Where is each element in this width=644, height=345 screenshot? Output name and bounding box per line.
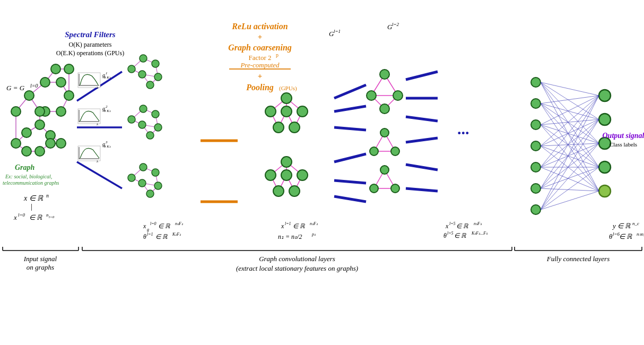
svg-line-195	[541, 82, 599, 167]
svg-point-94	[138, 121, 146, 128]
svg-text:l=0: l=0	[49, 215, 55, 219]
svg-point-125	[273, 122, 284, 133]
svg-text:1: 1	[106, 71, 108, 75]
graph-label-top: G = G	[6, 84, 25, 92]
factor-label: Factor 2	[249, 54, 272, 62]
svg-text:2: 2	[106, 105, 108, 109]
bottom-label3: Fully connected layers	[546, 255, 610, 263]
math-xl0: x	[13, 213, 17, 221]
svg-text:λ: λ	[96, 85, 98, 90]
svg-point-90	[128, 116, 135, 123]
svg-text:l=0: l=0	[18, 212, 25, 218]
svg-text:|: |	[31, 203, 32, 211]
svg-point-167	[391, 184, 399, 193]
svg-text:∈ ℝ: ∈ ℝ	[155, 233, 168, 240]
svg-text:θ K₁: θ K₁	[104, 109, 111, 113]
svg-point-182	[531, 120, 541, 130]
svg-text:λ: λ	[96, 159, 98, 163]
svg-point-183	[531, 141, 541, 151]
graph-l2-mid	[370, 128, 399, 156]
svg-line-219	[541, 143, 599, 188]
fc-left-nodes	[531, 77, 541, 214]
svg-point-22	[40, 77, 50, 87]
svg-text:θ K₁: θ K₁	[104, 75, 111, 80]
svg-line-173	[406, 188, 438, 191]
gpus-label: (GPUs)	[279, 85, 297, 92]
svg-point-78	[140, 55, 147, 62]
svg-line-207	[541, 96, 599, 146]
xl5-label: x	[445, 222, 449, 230]
filter2-curve: λ	[78, 109, 100, 126]
svg-point-103	[128, 174, 135, 182]
svg-line-214	[541, 143, 599, 167]
svg-point-187	[599, 90, 611, 101]
graph-sublabel2: telecommunication graphs	[3, 180, 59, 186]
svg-point-165	[380, 166, 389, 174]
svg-point-136	[281, 170, 292, 180]
svg-point-161	[391, 147, 399, 156]
precomputed-label: Pre-computed	[240, 61, 280, 69]
relu-label: ReLu activation	[231, 22, 288, 31]
graph-l1-top	[265, 93, 308, 133]
spectral-ok: O(K) parameters	[69, 41, 112, 48]
svg-line-225	[541, 167, 599, 210]
svg-text:l=5: l=5	[449, 221, 456, 226]
svg-point-107	[138, 179, 146, 187]
svg-text:∈ ℝ: ∈ ℝ	[456, 222, 468, 230]
svg-point-82	[146, 81, 154, 89]
svg-line-140	[334, 85, 366, 98]
svg-text:∈ ℝ: ∈ ℝ	[29, 213, 42, 221]
svg-line-141	[334, 106, 366, 111]
svg-line-171	[406, 138, 438, 142]
svg-text:l=1: l=1	[147, 232, 153, 237]
graph-l1-bottom	[265, 157, 308, 196]
svg-line-193	[541, 82, 599, 119]
filter1-curve: λ	[78, 73, 100, 90]
svg-text:K₁F₁: K₁F₁	[172, 232, 181, 237]
svg-point-34	[11, 139, 21, 148]
svg-point-77	[128, 65, 135, 73]
svg-point-155	[380, 104, 389, 114]
pooling-label: Pooling	[246, 83, 274, 92]
svg-point-29	[35, 107, 45, 116]
svg-line-213	[541, 119, 599, 167]
main-container: G = G l=0 Graph Ex: social, biological, …	[0, 0, 644, 345]
svg-text:n₅F₅: n₅F₅	[474, 221, 482, 226]
svg-line-62	[77, 162, 122, 188]
svg-point-184	[531, 162, 541, 172]
svg-point-32	[22, 128, 31, 137]
svg-point-180	[531, 77, 541, 87]
class-labels-label: Class labels	[610, 141, 637, 148]
svg-point-23	[51, 64, 60, 74]
svg-text:l=1: l=1	[334, 29, 341, 34]
bottom-label2: Graph convolutional layers	[259, 255, 335, 263]
svg-point-160	[370, 147, 378, 156]
svg-line-172	[406, 165, 438, 170]
fc-right-nodes	[599, 90, 611, 197]
svg-line-223	[541, 119, 599, 210]
svg-text:∈ ℝ: ∈ ℝ	[158, 222, 170, 230]
graph-l2-top	[367, 70, 403, 114]
svg-point-153	[367, 91, 376, 100]
svg-point-26	[64, 91, 74, 100]
svg-point-135	[265, 170, 276, 180]
svg-line-192	[541, 82, 599, 96]
filter3-curve: λ	[78, 146, 100, 163]
svg-point-36	[35, 146, 45, 156]
svg-point-37	[46, 139, 55, 148]
bottom-label1: Input signal	[23, 255, 57, 263]
svg-text:g: g	[147, 227, 149, 232]
thetal5-label: θ	[443, 232, 447, 239]
svg-point-106	[154, 182, 162, 189]
svg-line-224	[541, 143, 599, 210]
svg-line-221	[541, 188, 599, 191]
factor-sup: p	[276, 52, 279, 58]
output-theta: θ	[609, 232, 613, 240]
svg-point-139	[289, 186, 300, 196]
svg-text:n₀F₁: n₀F₁	[175, 221, 183, 226]
svg-point-121	[281, 93, 292, 104]
svg-point-80	[154, 73, 162, 81]
graph-l0	[11, 64, 74, 156]
svg-point-105	[152, 169, 159, 176]
svg-point-185	[531, 184, 541, 193]
